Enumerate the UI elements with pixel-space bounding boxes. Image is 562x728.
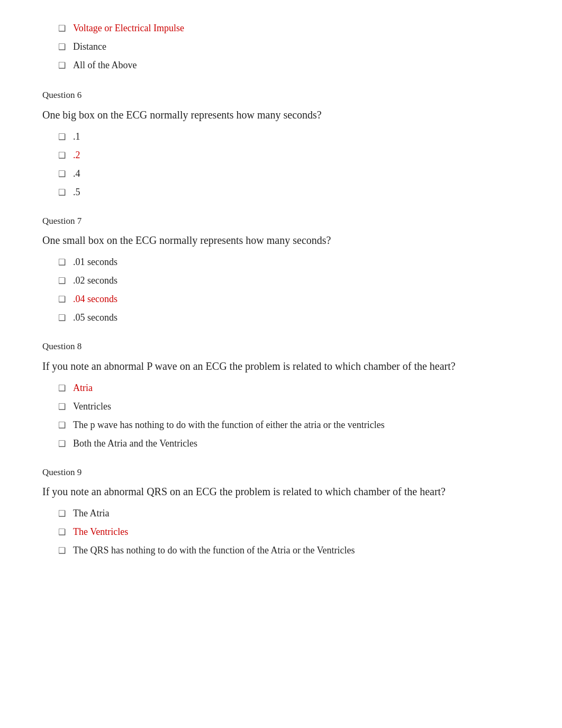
option-text: The Atria	[73, 506, 109, 521]
bullet-icon: ❑	[58, 293, 67, 306]
bullet-icon: ❑	[58, 59, 67, 72]
bullet-icon: ❑	[58, 438, 67, 450]
top-options-list: ❑Voltage or Electrical Impulse❑Distance❑…	[58, 21, 520, 72]
list-item: ❑The QRS has nothing to do with the func…	[58, 543, 520, 558]
bullet-icon: ❑	[58, 544, 67, 557]
list-item: ❑.05 seconds	[58, 311, 520, 325]
question-text: One big box on the ECG normally represen…	[42, 107, 520, 122]
question-label: Question 7	[42, 214, 520, 228]
question-block-9: Question 9If you note an abnormal QRS on…	[42, 466, 520, 558]
bullet-icon: ❑	[58, 131, 67, 143]
list-item: ❑All of the Above	[58, 58, 520, 72]
bullet-icon: ❑	[58, 401, 67, 413]
list-item: ❑.02 seconds	[58, 274, 520, 288]
bullet-icon: ❑	[58, 507, 67, 520]
option-text: Ventricles	[73, 399, 111, 414]
options-list: ❑The Atria❑The Ventricles❑The QRS has no…	[58, 506, 520, 558]
list-item: ❑Atria	[58, 381, 520, 395]
options-list: ❑Atria❑Ventricles❑The p wave has nothing…	[58, 381, 520, 451]
list-item: ❑The Atria	[58, 506, 520, 521]
option-text: .01 seconds	[73, 255, 117, 269]
option-text: .4	[73, 167, 80, 181]
option-text: The Ventricles	[73, 525, 128, 539]
list-item: ❑.5	[58, 185, 520, 199]
bullet-icon: ❑	[58, 526, 67, 539]
bullet-icon: ❑	[58, 41, 67, 53]
question-block-7: Question 7One small box on the ECG norma…	[42, 214, 520, 325]
option-text: .1	[73, 130, 80, 144]
option-text: Voltage or Electrical Impulse	[73, 21, 184, 35]
question-block-8: Question 8If you note an abnormal P wave…	[42, 340, 520, 451]
question-text: One small box on the ECG normally repres…	[42, 233, 520, 248]
list-item: ❑.01 seconds	[58, 255, 520, 269]
list-item: ❑The p wave has nothing to do with the f…	[58, 418, 520, 432]
list-item: ❑Distance	[58, 40, 520, 54]
list-item: ❑Ventricles	[58, 399, 520, 414]
option-text: The QRS has nothing to do with the funct…	[73, 543, 355, 558]
option-text: .02 seconds	[73, 274, 117, 288]
options-list: ❑.1❑.2❑.4❑.5	[58, 130, 520, 199]
bullet-icon: ❑	[58, 168, 67, 180]
question-label: Question 6	[42, 88, 520, 102]
option-text: Atria	[73, 381, 93, 395]
list-item: ❑.2	[58, 148, 520, 162]
bullet-icon: ❑	[58, 382, 67, 395]
question-block-6: Question 6One big box on the ECG normall…	[42, 88, 520, 199]
option-text: .2	[73, 148, 80, 162]
option-text: .04 seconds	[73, 292, 117, 306]
question-label: Question 8	[42, 340, 520, 353]
question-label: Question 9	[42, 466, 520, 479]
list-item: ❑.4	[58, 167, 520, 181]
option-text: The p wave has nothing to do with the fu…	[73, 418, 385, 432]
option-text: .5	[73, 185, 80, 199]
bullet-icon: ❑	[58, 256, 67, 269]
bullet-icon: ❑	[58, 149, 67, 162]
option-text: Both the Atria and the Ventricles	[73, 436, 197, 451]
list-item: ❑The Ventricles	[58, 525, 520, 539]
option-text: All of the Above	[73, 58, 137, 72]
list-item: ❑.04 seconds	[58, 292, 520, 306]
option-text: .05 seconds	[73, 311, 117, 325]
question-text: If you note an abnormal QRS on an ECG th…	[42, 484, 520, 499]
bullet-icon: ❑	[58, 275, 67, 287]
bullet-icon: ❑	[58, 312, 67, 324]
list-item: ❑Voltage or Electrical Impulse	[58, 21, 520, 35]
questions-container: Question 6One big box on the ECG normall…	[42, 88, 520, 558]
list-item: ❑.1	[58, 130, 520, 144]
bullet-icon: ❑	[58, 186, 67, 199]
bullet-icon: ❑	[58, 419, 67, 432]
option-text: Distance	[73, 40, 106, 54]
bullet-icon: ❑	[58, 22, 67, 35]
options-list: ❑.01 seconds❑.02 seconds❑.04 seconds❑.05…	[58, 255, 520, 325]
list-item: ❑Both the Atria and the Ventricles	[58, 436, 520, 451]
question-text: If you note an abnormal P wave on an ECG…	[42, 359, 520, 374]
